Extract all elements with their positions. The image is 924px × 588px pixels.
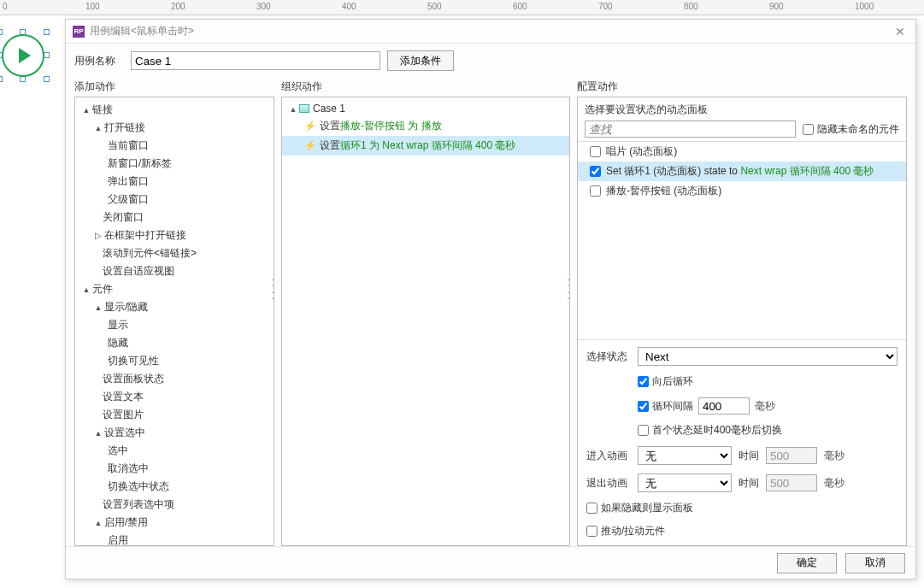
ok-button[interactable]: 确定 (777, 553, 837, 573)
anim-in-time (766, 447, 817, 464)
tree-leaf[interactable]: 启用 (75, 532, 274, 546)
tree-leaf[interactable]: 设置面板状态 (75, 370, 274, 388)
first-state-delay-checkbox[interactable]: 首个状态延时400毫秒后切换 (638, 423, 782, 438)
tree-leaf[interactable]: 弹出窗口 (75, 173, 274, 191)
tree-leaf[interactable]: 选中 (75, 442, 274, 460)
tree-leaf[interactable]: 当前窗口 (75, 137, 274, 155)
dp-checkbox[interactable] (590, 166, 601, 177)
tree-leaf[interactable]: 新窗口/新标签 (75, 155, 274, 173)
loop-back-checkbox[interactable]: 向后循环 (638, 374, 693, 389)
hide-unnamed-checkbox[interactable]: 隐藏未命名的元件 (803, 122, 899, 137)
tree-leaf[interactable]: 设置文本 (75, 388, 274, 406)
case-name-label: 用例名称 (74, 54, 124, 68)
app-icon: RP (73, 26, 85, 38)
time-label: 时间 (739, 476, 759, 491)
tree-leaf[interactable]: 滚动到元件<锚链接> (75, 244, 274, 262)
tree-leaf[interactable]: 取消选中 (75, 460, 274, 478)
tree-leaf[interactable]: 切换选中状态 (75, 478, 274, 496)
action-item[interactable]: ⚡设置 播放-暂停按钮 为 播放 (282, 116, 569, 136)
dialog-title: 用例编辑<鼠标单击时> (90, 24, 892, 38)
tree-node[interactable]: 显示/隐藏 (75, 298, 274, 316)
tree-node[interactable]: 在框架中打开链接 (75, 226, 274, 244)
show-if-hidden-checkbox[interactable]: 如果隐藏则显示面板 (586, 501, 898, 515)
organize-action-label: 组织动作 (281, 79, 570, 93)
search-input[interactable] (585, 121, 796, 138)
tree-node-link[interactable]: 链接 (75, 101, 274, 119)
dp-checkbox[interactable] (590, 185, 601, 197)
case-editor-dialog: RP 用例编辑<鼠标单击时> ✕ 用例名称 添加条件 添加动作 链接 打开链接 … (65, 19, 916, 579)
organize-panel[interactable]: Case 1 ⚡设置 播放-暂停按钮 为 播放 ⚡设置 循环1 为 Next w… (281, 97, 570, 546)
tree-leaf[interactable]: 关闭窗口 (75, 209, 274, 226)
tree-leaf[interactable]: 切换可见性 (75, 352, 274, 370)
tree-leaf[interactable]: 设置图片 (75, 406, 274, 424)
case-name-input[interactable] (131, 51, 380, 70)
case-icon (299, 104, 309, 113)
tree-leaf[interactable]: 显示 (75, 316, 274, 334)
add-action-label: 添加动作 (74, 79, 274, 93)
configure-panel: 选择要设置状态的动态面板 隐藏未命名的元件 唱片 (动态面板) Set 循环1 … (577, 97, 907, 546)
loop-interval-checkbox[interactable]: 循环间隔 (638, 399, 693, 414)
tree-leaf[interactable]: 隐藏 (75, 334, 274, 352)
case-node[interactable]: Case 1 (282, 101, 569, 116)
anim-in-label: 进入动画 (586, 449, 631, 463)
config-heading: 选择要设置状态的动态面板 (585, 103, 899, 117)
tree-leaf[interactable]: 设置自适应视图 (75, 262, 274, 280)
close-icon[interactable]: ✕ (892, 25, 909, 38)
play-button-widget[interactable] (2, 34, 44, 77)
dp-checkbox[interactable] (590, 146, 601, 157)
tree-node[interactable]: 设置选中 (75, 424, 274, 442)
anim-out-time (766, 474, 817, 491)
tree-leaf[interactable]: 设置列表选中项 (75, 496, 274, 514)
dp-item-selected[interactable]: Set 循环1 (动态面板) state to Next wrap 循环间隔 4… (578, 162, 906, 181)
anim-out-select[interactable]: 无 (638, 473, 732, 492)
anim-in-select[interactable]: 无 (638, 446, 732, 465)
actions-tree-panel[interactable]: 链接 打开链接 当前窗口 新窗口/新标签 弹出窗口 父级窗口 关闭窗口 在框架中… (74, 97, 274, 546)
time-label: 时间 (739, 449, 759, 463)
dp-item[interactable]: 播放-暂停按钮 (动态面板) (578, 181, 906, 201)
tree-leaf[interactable]: 父级窗口 (75, 191, 274, 209)
tree-node-widget[interactable]: 元件 (75, 280, 274, 298)
add-condition-button[interactable]: 添加条件 (387, 50, 454, 71)
tree-node-open-link[interactable]: 打开链接 (75, 119, 274, 137)
configure-action-label: 配置动作 (577, 79, 907, 93)
ruler-horizontal: 0 100 200 300 400 500 600 700 800 900 10… (0, 0, 924, 15)
cancel-button[interactable]: 取消 (845, 553, 905, 573)
bolt-icon: ⚡ (304, 121, 316, 132)
dialog-titlebar[interactable]: RP 用例编辑<鼠标单击时> ✕ (66, 20, 915, 44)
dp-item[interactable]: 唱片 (动态面板) (578, 142, 906, 162)
interval-input[interactable] (698, 397, 750, 415)
anim-out-label: 退出动画 (586, 476, 631, 491)
bolt-icon: ⚡ (304, 140, 316, 151)
select-state-label: 选择状态 (586, 350, 631, 364)
action-item-selected[interactable]: ⚡设置 循环1 为 Next wrap 循环间隔 400 毫秒 (282, 136, 569, 156)
tree-node[interactable]: 启用/禁用 (75, 514, 274, 532)
state-select[interactable]: Next (638, 347, 898, 366)
play-icon (19, 48, 31, 63)
push-pull-checkbox[interactable]: 推动/拉动元件 (586, 524, 898, 538)
